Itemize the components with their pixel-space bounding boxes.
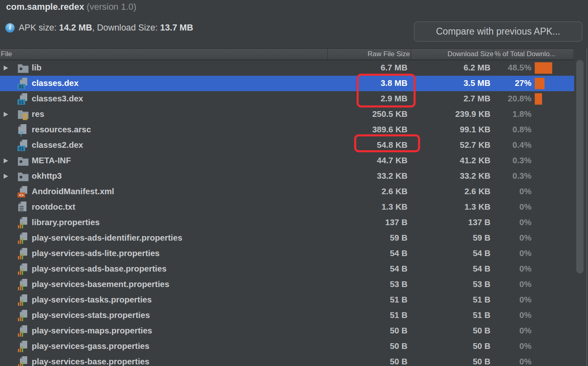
- apk-version: (version 1.0): [87, 2, 136, 12]
- file-name: rootdoc.txt: [32, 202, 75, 212]
- properties-file-icon: [17, 278, 29, 291]
- table-row[interactable]: lib 6.7 MB 6.2 MB 48.5%: [0, 60, 574, 76]
- text-file-icon: [17, 201, 29, 214]
- expand-arrow-icon[interactable]: [4, 174, 8, 179]
- table-header: File Raw File Size Download Size % of To…: [0, 48, 574, 60]
- table-row[interactable]: rootdoc.txt 1.3 KB 1.3 KB 0%: [0, 199, 574, 215]
- apk-size-summary: i APK size: 14.2 MB, Download Size: 13.7…: [5, 22, 193, 34]
- percent-of-total-value: 0%: [451, 264, 531, 274]
- percent-of-total-value: 0.3%: [451, 171, 531, 181]
- expand-arrow-icon[interactable]: [4, 112, 8, 117]
- table-row[interactable]: META-INF 44.7 KB 41.2 KB 0.3%: [0, 153, 574, 169]
- percent-of-total-value: 0%: [451, 248, 531, 258]
- column-header-raw-file-size[interactable]: Raw File Size: [327, 50, 410, 58]
- svg-text:01: 01: [19, 100, 24, 105]
- table-row[interactable]: play-services-base.properties 50 B 50 B …: [0, 354, 574, 366]
- percent-of-total-value: 48.5%: [451, 63, 531, 72]
- svg-text:<>: <>: [19, 193, 24, 197]
- file-name: resources.arsc: [32, 125, 91, 134]
- download-size-value: 13.7 MB: [160, 23, 193, 33]
- table-row[interactable]: play-services-ads-identifier.properties …: [0, 230, 574, 246]
- percent-of-total-value: 0.8%: [451, 125, 531, 134]
- vertical-scrollbar-thumb[interactable]: [576, 60, 584, 274]
- file-name: classes3.dex: [32, 94, 83, 103]
- properties-file-icon: [17, 325, 29, 338]
- raw-file-size-value: 137 B: [328, 217, 407, 227]
- file-name: library.properties: [32, 217, 100, 227]
- table-row[interactable]: <> AndroidManifest.xml 2.6 KB 2.6 KB 0%: [0, 184, 574, 199]
- column-header-percent-of-total-download[interactable]: % of Total Downlo...: [494, 50, 574, 58]
- file-name: AndroidManifest.xml: [32, 186, 114, 196]
- raw-file-size-value: 54 B: [328, 264, 407, 274]
- file-name: res: [32, 109, 44, 119]
- percent-of-total-value: 0%: [451, 295, 531, 305]
- panel-right-border: [586, 48, 587, 366]
- apk-size-value: 14.2 MB: [59, 23, 92, 33]
- apk-size-text: APK size: 14.2 MB, Download Size: 13.7 M…: [19, 23, 193, 33]
- raw-file-size-value: 50 B: [328, 326, 407, 335]
- raw-file-size-value: 59 B: [328, 233, 407, 243]
- annotation-box-raw-sizes: [357, 74, 416, 107]
- raw-file-size-value: 51 B: [328, 310, 407, 320]
- percent-of-total-value: 0%: [451, 357, 531, 366]
- properties-file-icon: [17, 217, 29, 230]
- raw-file-size-value: 53 B: [328, 279, 407, 289]
- unknown-file-icon: ?: [17, 124, 29, 137]
- xml-file-icon: <>: [17, 186, 29, 199]
- properties-file-icon: [17, 309, 29, 322]
- raw-file-size-value: 33.2 KB: [328, 171, 407, 181]
- table-row[interactable]: res 250.5 KB 239.9 KB 1.8%: [0, 107, 574, 122]
- raw-file-size-value: 389.6 KB: [328, 125, 407, 134]
- raw-file-size-value: 44.7 KB: [328, 156, 407, 165]
- table-row[interactable]: library.properties 137 B 137 B 0%: [0, 215, 574, 230]
- properties-file-icon: [17, 356, 29, 366]
- file-name: play-services-gass.properties: [32, 341, 149, 351]
- table-row[interactable]: play-services-ads-lite.properties 54 B 5…: [0, 246, 574, 261]
- percent-bar: [535, 93, 542, 105]
- percent-of-total-value: 0%: [451, 341, 531, 351]
- expand-arrow-icon[interactable]: [4, 158, 8, 163]
- file-name: play-services-ads-identifier.properties: [32, 233, 182, 243]
- raw-file-size-value: 2.6 KB: [328, 186, 407, 196]
- column-divider[interactable]: [494, 49, 494, 59]
- annotation-box-classes2-size: [354, 134, 420, 152]
- percent-of-total-value: 0%: [451, 310, 531, 320]
- table-row[interactable]: 01 classes.dex 3.8 MB 3.5 MB 27%: [0, 76, 574, 91]
- raw-file-size-value: 6.7 MB: [328, 63, 407, 72]
- properties-file-icon: [17, 232, 29, 245]
- file-name: META-INF: [32, 156, 71, 165]
- dex-file-icon: 01: [17, 77, 29, 90]
- percent-bar: [535, 62, 552, 74]
- dex-file-icon: 01: [17, 139, 29, 152]
- table-row[interactable]: ? resources.arsc 389.6 KB 99.1 KB 0.8%: [0, 122, 574, 138]
- raw-file-size-value: 54 B: [328, 248, 407, 258]
- percent-of-total-value: 20.8%: [451, 94, 531, 103]
- properties-file-icon: [17, 263, 29, 276]
- table-row[interactable]: play-services-stats.properties 51 B 51 B…: [0, 308, 574, 323]
- file-name: play-services-tasks.properties: [32, 295, 152, 305]
- res-folder-icon: [17, 108, 29, 121]
- percent-of-total-value: 0%: [451, 186, 531, 196]
- column-header-download-size[interactable]: Download Size: [411, 50, 494, 58]
- table-row[interactable]: okhttp3 33.2 KB 33.2 KB 0.3%: [0, 169, 574, 184]
- table-row[interactable]: play-services-gass.properties 50 B 50 B …: [0, 339, 574, 354]
- column-divider[interactable]: [327, 49, 328, 59]
- compare-with-previous-apk-button[interactable]: Compare with previous APK...: [414, 22, 582, 42]
- raw-file-size-value: 1.3 KB: [328, 202, 407, 212]
- table-row[interactable]: play-services-ads-base.properties 54 B 5…: [0, 261, 574, 277]
- file-name: play-services-basement.properties: [32, 279, 169, 289]
- table-row[interactable]: 01 classes3.dex 2.9 MB 2.7 MB 20.8%: [0, 91, 574, 107]
- file-name: play-services-ads-base.properties: [32, 264, 167, 274]
- table-row[interactable]: play-services-maps.properties 50 B 50 B …: [0, 323, 574, 339]
- percent-bar: [535, 78, 544, 89]
- table-row[interactable]: play-services-tasks.properties 51 B 51 B…: [0, 292, 574, 308]
- expand-arrow-icon[interactable]: [4, 66, 8, 70]
- download-size-label: , Download Size:: [92, 23, 160, 33]
- table-row[interactable]: play-services-basement.properties 53 B 5…: [0, 277, 574, 292]
- svg-text:?: ?: [19, 131, 23, 137]
- column-divider[interactable]: [573, 49, 574, 59]
- column-header-file[interactable]: File: [1, 50, 12, 58]
- table-row[interactable]: 01 classes2.dex 54.8 KB 52.7 KB 0.4%: [0, 138, 574, 153]
- column-divider[interactable]: [411, 49, 411, 59]
- folder-icon: [17, 170, 29, 183]
